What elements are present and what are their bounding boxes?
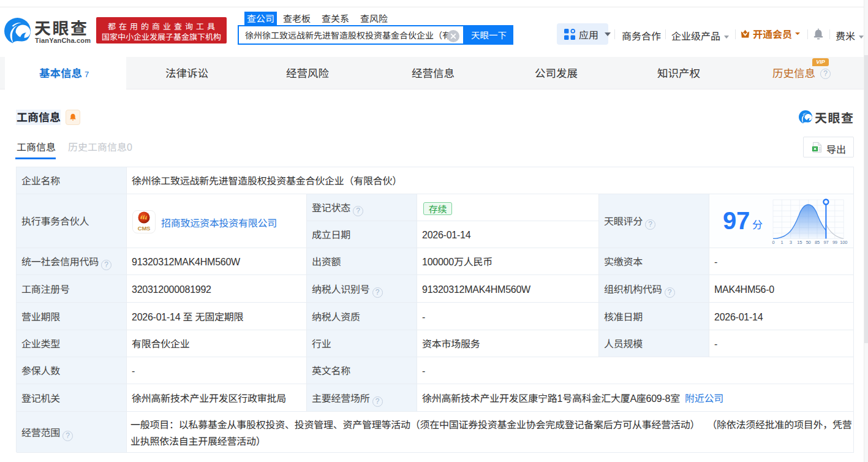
svg-text:0: 0 <box>772 240 775 245</box>
svg-text:50: 50 <box>806 240 811 245</box>
svg-text:97: 97 <box>823 240 828 245</box>
svg-text:3: 3 <box>790 240 792 245</box>
svg-text:99: 99 <box>832 240 837 245</box>
svg-text:85: 85 <box>815 240 820 245</box>
svg-text:CMS: CMS <box>138 225 150 232</box>
svg-text:15: 15 <box>797 240 802 245</box>
svg-text:1: 1 <box>780 240 783 245</box>
svg-text:100: 100 <box>840 240 847 245</box>
